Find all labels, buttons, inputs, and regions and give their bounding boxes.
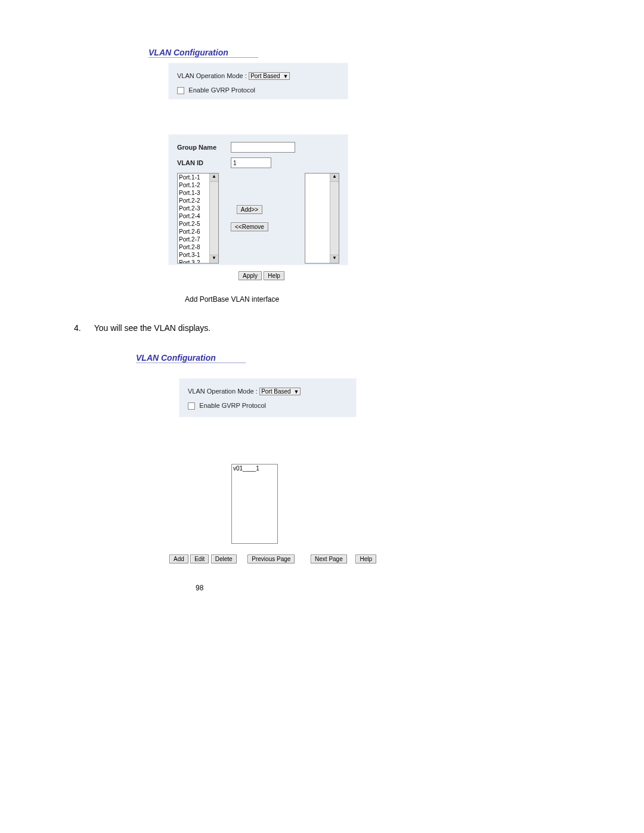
edit-button[interactable]: Edit: [190, 555, 209, 563]
step-number: 4.: [74, 323, 92, 333]
port-list-item[interactable]: Port.3-1: [178, 251, 210, 259]
add-button[interactable]: Add: [169, 555, 188, 563]
section-title-1: VLAN Configuration: [148, 48, 258, 58]
port-list-item[interactable]: Port.2-7: [178, 236, 210, 243]
op-mode-value-1: Port Based: [250, 73, 280, 79]
vlan-list-item[interactable]: v01____1: [232, 465, 277, 472]
remove-port-button[interactable]: <<Remove: [231, 222, 268, 231]
op-mode-value-2: Port Based: [261, 388, 290, 395]
vlan-id-input[interactable]: [231, 157, 271, 168]
op-mode-dropdown-2[interactable]: Port Based ▼: [259, 388, 301, 395]
step-text: You will see the VLAN displays.: [94, 323, 211, 333]
delete-button[interactable]: Delete: [211, 555, 237, 563]
chevron-down-icon: ▼: [293, 389, 299, 395]
port-list-item[interactable]: Port.2-4: [178, 212, 210, 220]
scrollbar[interactable]: ▲ ▼: [209, 174, 218, 263]
section-title-2: VLAN Configuration: [136, 353, 246, 363]
group-name-label: Group Name: [177, 144, 231, 151]
port-list-item[interactable]: Port.2-5: [178, 220, 210, 228]
vlan-listbox[interactable]: v01____1: [231, 464, 278, 544]
apply-button[interactable]: Apply: [239, 271, 262, 280]
op-mode-dropdown-1[interactable]: Port Based ▼: [249, 72, 290, 80]
page-number: 98: [196, 584, 203, 592]
available-ports-listbox[interactable]: Port.1-1Port.1-2Port.1-3Port.2-2Port.2-3…: [177, 173, 219, 264]
port-list-item[interactable]: Port.1-1: [178, 174, 210, 181]
scroll-up-icon[interactable]: ▲: [330, 174, 339, 182]
prev-page-button[interactable]: Previous Page: [247, 555, 295, 563]
vlan-id-label: VLAN ID: [177, 159, 231, 166]
port-list-item[interactable]: Port.2-3: [178, 205, 210, 212]
scroll-down-icon[interactable]: ▼: [330, 255, 339, 263]
help-button-1[interactable]: Help: [264, 271, 284, 280]
gvrp-checkbox-2[interactable]: [188, 402, 195, 410]
port-list-item[interactable]: Port.3-2: [178, 259, 210, 263]
port-list-item[interactable]: Port.2-8: [178, 243, 210, 251]
port-list-item[interactable]: Port.2-6: [178, 228, 210, 236]
figure-caption-1: Add PortBase VLAN interface: [185, 295, 279, 304]
vlan-mode-panel-2: VLAN Operation Mode : Port Based ▼ Enabl…: [179, 378, 357, 417]
port-list-item[interactable]: Port.1-2: [178, 181, 210, 189]
selected-ports-listbox[interactable]: ▲ ▼: [305, 173, 339, 264]
next-page-button[interactable]: Next Page: [311, 555, 347, 563]
scroll-down-icon[interactable]: ▼: [210, 255, 218, 263]
vlan-mode-panel-1: VLAN Operation Mode : Port Based ▼ Enabl…: [168, 63, 348, 100]
gvrp-label-2: Enable GVRP Protocol: [199, 402, 266, 409]
port-list-item[interactable]: Port.2-2: [178, 197, 210, 205]
add-port-button[interactable]: Add>>: [237, 205, 262, 214]
chevron-down-icon: ▼: [283, 73, 288, 79]
scrollbar[interactable]: ▲ ▼: [330, 174, 339, 263]
port-list-item[interactable]: Port.1-3: [178, 189, 210, 197]
gvrp-checkbox-1[interactable]: [177, 87, 184, 94]
op-mode-label-1: VLAN Operation Mode :: [177, 72, 247, 79]
help-button-2[interactable]: Help: [355, 555, 376, 563]
vlan-edit-panel: Group Name VLAN ID Port.1-1Port.1-2Port.…: [168, 134, 348, 265]
op-mode-label-2: VLAN Operation Mode :: [188, 388, 258, 395]
scroll-up-icon[interactable]: ▲: [210, 174, 218, 182]
group-name-input[interactable]: [231, 142, 295, 153]
gvrp-label-1: Enable GVRP Protocol: [188, 86, 255, 94]
